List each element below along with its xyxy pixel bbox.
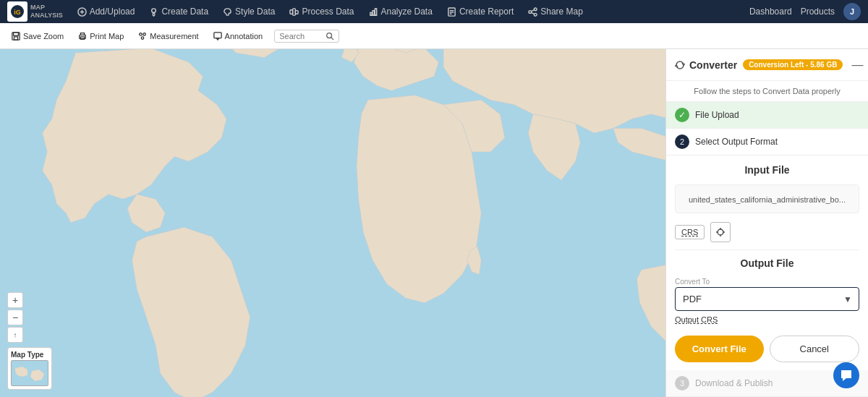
converter-refresh-icon (675, 60, 685, 70)
step-2-label: Select Output Format (695, 137, 778, 147)
minimize-button[interactable]: — (848, 57, 866, 73)
svg-point-31 (327, 33, 332, 38)
svg-line-20 (532, 9, 535, 11)
chat-bubble[interactable] (833, 362, 859, 388)
crs-target-button[interactable] (710, 222, 731, 242)
map-type-label: Map Type (11, 351, 48, 359)
input-filename: united_states_california_administrative_… (689, 195, 846, 204)
share-icon (528, 7, 537, 17)
step-3-label: Download & Publish (695, 378, 773, 388)
crs-row: CRS (675, 222, 859, 242)
output-crs-link[interactable]: Output CRS (675, 315, 859, 324)
process-icon (289, 7, 299, 17)
converter-panel: Converter Conversion Left - 5.86 GB — ✕ … (665, 49, 868, 397)
map-container: + − ↑ Map Type Converter Conversion Left… (0, 49, 868, 397)
save-zoom-button[interactable]: Save Zoom (6, 29, 69, 43)
svg-rect-11 (373, 10, 374, 15)
search-icon (326, 32, 334, 40)
pin-icon (149, 7, 158, 17)
svg-text:iG: iG (14, 9, 21, 16)
panel-content: Input File united_states_california_admi… (666, 155, 868, 370)
measurement-button[interactable]: Measurement (132, 29, 204, 43)
print-map-button[interactable]: Print Map (72, 29, 129, 43)
chat-icon (840, 369, 853, 382)
cancel-button[interactable]: Cancel (770, 336, 860, 362)
format-select[interactable]: PDF Shapefile GeoJSON KML CSV GeoTIFF (675, 287, 859, 311)
plus-circle-icon (77, 7, 87, 17)
svg-rect-10 (370, 12, 371, 15)
user-avatar[interactable]: J (843, 3, 861, 20)
svg-point-29 (142, 36, 144, 38)
divider (675, 249, 859, 250)
measurement-icon (138, 32, 147, 40)
zoom-reset-button[interactable]: ↑ (7, 327, 23, 343)
panel-header: Converter Conversion Left - 5.86 GB — ✕ (666, 49, 868, 81)
annotation-icon (213, 32, 222, 40)
svg-rect-26 (81, 36, 85, 38)
map-type-widget[interactable]: Map Type (7, 347, 52, 390)
logo-icon: iG (9, 4, 25, 20)
input-file-title: Input File (675, 164, 859, 176)
svg-point-18 (529, 10, 532, 13)
nav-add-upload[interactable]: Add/Upload (72, 0, 141, 23)
dashboard-link[interactable]: Dashboard (749, 7, 792, 17)
nav-create-report[interactable]: Create Report (441, 0, 519, 23)
step-1-label: File Upload (695, 110, 739, 120)
svg-point-17 (535, 7, 537, 10)
input-file-box: united_states_california_administrative_… (675, 184, 859, 213)
map-thumb-svg (12, 361, 48, 386)
svg-rect-8 (296, 10, 299, 14)
convert-to-label: Convert To (675, 278, 859, 286)
toolbar: Save Zoom Print Map Measurement Annotati… (0, 23, 868, 49)
save-zoom-icon (12, 32, 20, 40)
convert-file-button[interactable]: Convert File (675, 336, 764, 362)
zoom-out-button[interactable]: − (7, 310, 23, 325)
search-input[interactable] (279, 32, 323, 40)
svg-point-27 (140, 33, 142, 35)
nav-style-data[interactable]: Style Data (217, 0, 281, 23)
svg-line-21 (532, 12, 535, 14)
palette-icon (223, 7, 232, 17)
step-1-check: ✓ (675, 108, 689, 122)
action-row: Convert File Cancel (675, 336, 859, 362)
crosshair-icon (715, 227, 726, 237)
nav-create-data[interactable]: Create Data (143, 0, 214, 23)
svg-rect-12 (375, 8, 376, 14)
map-type-thumbnail[interactable] (11, 360, 48, 386)
step-2-num: 2 (675, 135, 689, 149)
output-file-title: Output File (675, 257, 859, 269)
top-nav: iG MAPANALYSIS Add/Upload Create Data St… (0, 0, 868, 23)
report-icon (447, 7, 456, 17)
map-controls: + − ↑ (7, 292, 23, 343)
bar-chart-icon (369, 7, 378, 17)
svg-line-32 (331, 37, 333, 39)
annotation-button[interactable]: Annotation (208, 29, 269, 43)
output-file-section: Output File Convert To PDF Shapefile Geo… (675, 257, 859, 324)
format-select-wrapper: PDF Shapefile GeoJSON KML CSV GeoTIFF ▼ (675, 287, 859, 311)
panel-subtitle: Follow the steps to Convert Data properl… (666, 81, 868, 102)
logo[interactable]: iG MAPANALYSIS (7, 1, 63, 22)
step-1-row: ✓ File Upload (666, 102, 868, 129)
panel-title: Converter (675, 59, 737, 71)
svg-point-19 (535, 13, 537, 16)
svg-rect-30 (213, 32, 221, 38)
step-2-row: 2 Select Output Format (666, 129, 868, 155)
nav-process-data[interactable]: Process Data (284, 0, 359, 23)
nav-share-map[interactable]: Share Map (522, 0, 589, 23)
print-icon (78, 32, 87, 40)
products-link[interactable]: Products (801, 7, 835, 17)
nav-analyze-data[interactable]: Analyze Data (363, 0, 438, 23)
svg-point-28 (143, 33, 145, 35)
search-box[interactable] (274, 30, 339, 43)
conversion-badge: Conversion Left - 5.86 GB (743, 59, 843, 70)
zoom-in-button[interactable]: + (7, 292, 23, 308)
svg-point-35 (718, 229, 723, 235)
step-3-num: 3 (675, 376, 689, 390)
svg-rect-24 (14, 32, 19, 35)
crs-button[interactable]: CRS (675, 225, 705, 239)
svg-rect-23 (14, 36, 17, 39)
